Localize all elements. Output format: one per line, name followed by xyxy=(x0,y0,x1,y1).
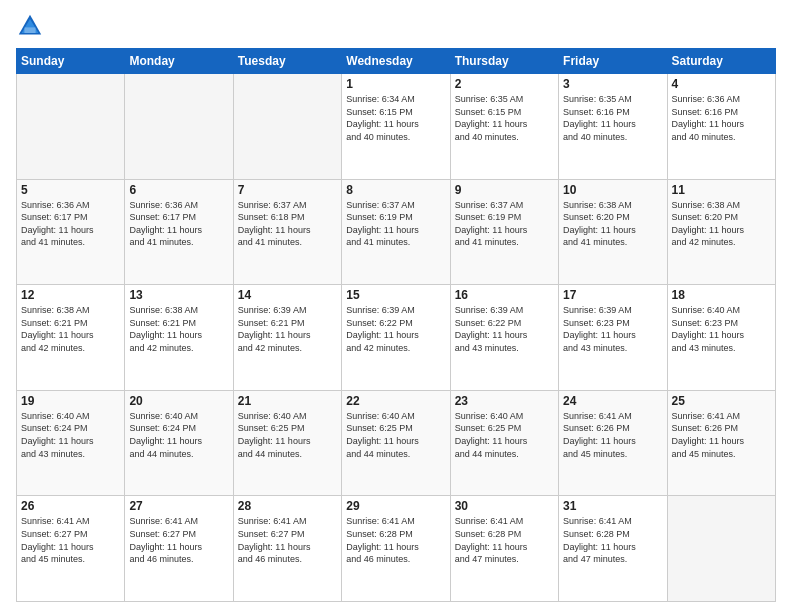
calendar-header-row: SundayMondayTuesdayWednesdayThursdayFrid… xyxy=(17,49,776,74)
day-number: 20 xyxy=(129,394,228,408)
calendar-cell: 13Sunrise: 6:38 AM Sunset: 6:21 PM Dayli… xyxy=(125,285,233,391)
calendar-cell: 6Sunrise: 6:36 AM Sunset: 6:17 PM Daylig… xyxy=(125,179,233,285)
calendar-cell xyxy=(233,74,341,180)
calendar-cell: 3Sunrise: 6:35 AM Sunset: 6:16 PM Daylig… xyxy=(559,74,667,180)
day-info: Sunrise: 6:41 AM Sunset: 6:26 PM Dayligh… xyxy=(672,410,771,460)
calendar-cell: 22Sunrise: 6:40 AM Sunset: 6:25 PM Dayli… xyxy=(342,390,450,496)
day-info: Sunrise: 6:40 AM Sunset: 6:25 PM Dayligh… xyxy=(346,410,445,460)
calendar-header-sunday: Sunday xyxy=(17,49,125,74)
page: SundayMondayTuesdayWednesdayThursdayFrid… xyxy=(0,0,792,612)
day-info: Sunrise: 6:41 AM Sunset: 6:28 PM Dayligh… xyxy=(455,515,554,565)
calendar-cell: 28Sunrise: 6:41 AM Sunset: 6:27 PM Dayli… xyxy=(233,496,341,602)
day-number: 10 xyxy=(563,183,662,197)
calendar-cell: 17Sunrise: 6:39 AM Sunset: 6:23 PM Dayli… xyxy=(559,285,667,391)
day-info: Sunrise: 6:34 AM Sunset: 6:15 PM Dayligh… xyxy=(346,93,445,143)
day-number: 4 xyxy=(672,77,771,91)
calendar-header-wednesday: Wednesday xyxy=(342,49,450,74)
day-info: Sunrise: 6:36 AM Sunset: 6:16 PM Dayligh… xyxy=(672,93,771,143)
day-number: 2 xyxy=(455,77,554,91)
day-number: 3 xyxy=(563,77,662,91)
day-number: 27 xyxy=(129,499,228,513)
day-info: Sunrise: 6:40 AM Sunset: 6:25 PM Dayligh… xyxy=(455,410,554,460)
day-number: 25 xyxy=(672,394,771,408)
header xyxy=(16,12,776,40)
day-info: Sunrise: 6:38 AM Sunset: 6:21 PM Dayligh… xyxy=(21,304,120,354)
day-number: 22 xyxy=(346,394,445,408)
calendar-cell: 4Sunrise: 6:36 AM Sunset: 6:16 PM Daylig… xyxy=(667,74,775,180)
day-info: Sunrise: 6:39 AM Sunset: 6:22 PM Dayligh… xyxy=(346,304,445,354)
day-info: Sunrise: 6:41 AM Sunset: 6:27 PM Dayligh… xyxy=(238,515,337,565)
calendar-cell: 7Sunrise: 6:37 AM Sunset: 6:18 PM Daylig… xyxy=(233,179,341,285)
day-info: Sunrise: 6:41 AM Sunset: 6:27 PM Dayligh… xyxy=(21,515,120,565)
day-number: 18 xyxy=(672,288,771,302)
calendar-cell: 21Sunrise: 6:40 AM Sunset: 6:25 PM Dayli… xyxy=(233,390,341,496)
day-info: Sunrise: 6:39 AM Sunset: 6:22 PM Dayligh… xyxy=(455,304,554,354)
day-info: Sunrise: 6:41 AM Sunset: 6:27 PM Dayligh… xyxy=(129,515,228,565)
calendar-cell: 30Sunrise: 6:41 AM Sunset: 6:28 PM Dayli… xyxy=(450,496,558,602)
day-info: Sunrise: 6:37 AM Sunset: 6:18 PM Dayligh… xyxy=(238,199,337,249)
calendar-cell: 15Sunrise: 6:39 AM Sunset: 6:22 PM Dayli… xyxy=(342,285,450,391)
calendar-header-thursday: Thursday xyxy=(450,49,558,74)
calendar-header-monday: Monday xyxy=(125,49,233,74)
calendar-cell: 10Sunrise: 6:38 AM Sunset: 6:20 PM Dayli… xyxy=(559,179,667,285)
calendar-header-saturday: Saturday xyxy=(667,49,775,74)
calendar-cell: 20Sunrise: 6:40 AM Sunset: 6:24 PM Dayli… xyxy=(125,390,233,496)
day-number: 8 xyxy=(346,183,445,197)
day-number: 17 xyxy=(563,288,662,302)
svg-rect-2 xyxy=(24,27,35,33)
day-number: 24 xyxy=(563,394,662,408)
calendar-cell: 8Sunrise: 6:37 AM Sunset: 6:19 PM Daylig… xyxy=(342,179,450,285)
day-info: Sunrise: 6:41 AM Sunset: 6:28 PM Dayligh… xyxy=(563,515,662,565)
day-info: Sunrise: 6:35 AM Sunset: 6:15 PM Dayligh… xyxy=(455,93,554,143)
calendar-week-5: 26Sunrise: 6:41 AM Sunset: 6:27 PM Dayli… xyxy=(17,496,776,602)
day-info: Sunrise: 6:37 AM Sunset: 6:19 PM Dayligh… xyxy=(455,199,554,249)
day-info: Sunrise: 6:38 AM Sunset: 6:21 PM Dayligh… xyxy=(129,304,228,354)
day-info: Sunrise: 6:41 AM Sunset: 6:28 PM Dayligh… xyxy=(346,515,445,565)
calendar-cell: 9Sunrise: 6:37 AM Sunset: 6:19 PM Daylig… xyxy=(450,179,558,285)
calendar-week-3: 12Sunrise: 6:38 AM Sunset: 6:21 PM Dayli… xyxy=(17,285,776,391)
calendar-week-4: 19Sunrise: 6:40 AM Sunset: 6:24 PM Dayli… xyxy=(17,390,776,496)
calendar-cell xyxy=(125,74,233,180)
day-number: 15 xyxy=(346,288,445,302)
calendar-cell: 27Sunrise: 6:41 AM Sunset: 6:27 PM Dayli… xyxy=(125,496,233,602)
calendar-cell xyxy=(17,74,125,180)
day-info: Sunrise: 6:40 AM Sunset: 6:23 PM Dayligh… xyxy=(672,304,771,354)
calendar-cell: 19Sunrise: 6:40 AM Sunset: 6:24 PM Dayli… xyxy=(17,390,125,496)
day-number: 11 xyxy=(672,183,771,197)
day-number: 14 xyxy=(238,288,337,302)
logo-area xyxy=(16,12,48,40)
calendar-header-friday: Friday xyxy=(559,49,667,74)
day-info: Sunrise: 6:38 AM Sunset: 6:20 PM Dayligh… xyxy=(563,199,662,249)
day-number: 28 xyxy=(238,499,337,513)
day-number: 30 xyxy=(455,499,554,513)
calendar-cell: 12Sunrise: 6:38 AM Sunset: 6:21 PM Dayli… xyxy=(17,285,125,391)
day-number: 21 xyxy=(238,394,337,408)
calendar-cell: 14Sunrise: 6:39 AM Sunset: 6:21 PM Dayli… xyxy=(233,285,341,391)
day-number: 1 xyxy=(346,77,445,91)
logo-icon xyxy=(16,12,44,40)
calendar-cell: 11Sunrise: 6:38 AM Sunset: 6:20 PM Dayli… xyxy=(667,179,775,285)
day-number: 5 xyxy=(21,183,120,197)
day-info: Sunrise: 6:36 AM Sunset: 6:17 PM Dayligh… xyxy=(21,199,120,249)
calendar-cell xyxy=(667,496,775,602)
day-info: Sunrise: 6:39 AM Sunset: 6:23 PM Dayligh… xyxy=(563,304,662,354)
calendar-cell: 16Sunrise: 6:39 AM Sunset: 6:22 PM Dayli… xyxy=(450,285,558,391)
calendar-cell: 31Sunrise: 6:41 AM Sunset: 6:28 PM Dayli… xyxy=(559,496,667,602)
calendar-cell: 18Sunrise: 6:40 AM Sunset: 6:23 PM Dayli… xyxy=(667,285,775,391)
day-number: 13 xyxy=(129,288,228,302)
calendar-cell: 1Sunrise: 6:34 AM Sunset: 6:15 PM Daylig… xyxy=(342,74,450,180)
calendar-table: SundayMondayTuesdayWednesdayThursdayFrid… xyxy=(16,48,776,602)
calendar-header-tuesday: Tuesday xyxy=(233,49,341,74)
day-number: 31 xyxy=(563,499,662,513)
day-number: 16 xyxy=(455,288,554,302)
calendar-week-1: 1Sunrise: 6:34 AM Sunset: 6:15 PM Daylig… xyxy=(17,74,776,180)
day-info: Sunrise: 6:37 AM Sunset: 6:19 PM Dayligh… xyxy=(346,199,445,249)
calendar-cell: 24Sunrise: 6:41 AM Sunset: 6:26 PM Dayli… xyxy=(559,390,667,496)
day-info: Sunrise: 6:39 AM Sunset: 6:21 PM Dayligh… xyxy=(238,304,337,354)
day-info: Sunrise: 6:40 AM Sunset: 6:24 PM Dayligh… xyxy=(129,410,228,460)
calendar-week-2: 5Sunrise: 6:36 AM Sunset: 6:17 PM Daylig… xyxy=(17,179,776,285)
day-number: 26 xyxy=(21,499,120,513)
day-info: Sunrise: 6:35 AM Sunset: 6:16 PM Dayligh… xyxy=(563,93,662,143)
day-number: 29 xyxy=(346,499,445,513)
calendar-cell: 2Sunrise: 6:35 AM Sunset: 6:15 PM Daylig… xyxy=(450,74,558,180)
